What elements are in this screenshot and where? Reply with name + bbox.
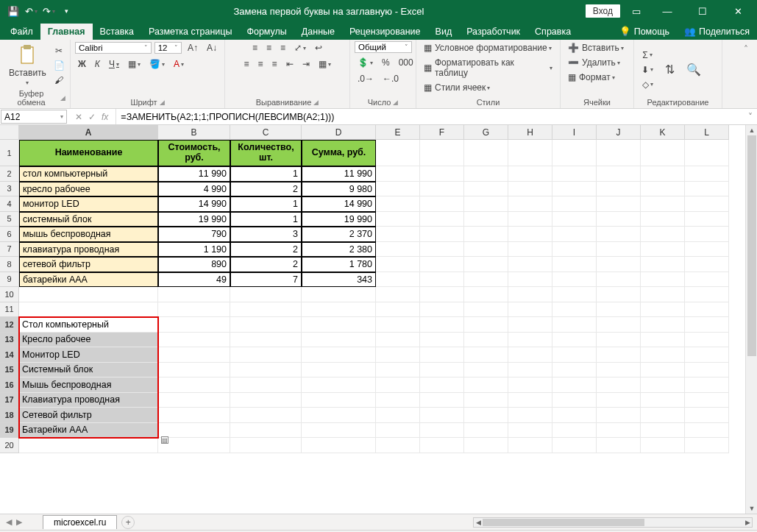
cell-E19[interactable]: [376, 423, 420, 439]
tab-layout[interactable]: Разметка страницы: [141, 24, 239, 40]
cell-G8[interactable]: [464, 257, 508, 272]
col-header-F[interactable]: F: [420, 125, 464, 140]
cell-E11[interactable]: [376, 302, 420, 318]
cell-I8[interactable]: [552, 257, 597, 272]
tab-developer[interactable]: Разработчик: [459, 24, 527, 40]
cell-K18[interactable]: [641, 408, 685, 423]
cell-A20[interactable]: [19, 438, 158, 453]
col-header-D[interactable]: D: [302, 125, 376, 140]
cell-F12[interactable]: [420, 317, 464, 333]
clipboard-expand-icon[interactable]: ◢: [60, 94, 65, 102]
cell-H1[interactable]: [508, 140, 552, 166]
cell-I12[interactable]: [552, 317, 597, 333]
shrink-font-icon[interactable]: A↓: [204, 41, 220, 54]
decrease-decimal-icon[interactable]: ←.0: [380, 72, 402, 85]
cell-E2[interactable]: [376, 166, 420, 182]
col-header-H[interactable]: H: [508, 125, 552, 140]
cell-J11[interactable]: [597, 302, 641, 318]
cell-D3[interactable]: 9 980: [302, 182, 376, 197]
tab-help[interactable]: Справка: [527, 24, 578, 40]
cell-C17[interactable]: [230, 393, 302, 408]
tab-insert[interactable]: Вставка: [93, 24, 141, 40]
align-left-icon[interactable]: ≡: [241, 57, 252, 71]
cell-K13[interactable]: [641, 333, 685, 348]
cell-E13[interactable]: [376, 333, 420, 348]
save-icon[interactable]: 💾: [7, 5, 19, 17]
font-name-combo[interactable]: Calibri: [75, 42, 152, 54]
worksheet-grid[interactable]: ABCDEFGHIJKL 123456789101112131415161718…: [0, 125, 757, 514]
cell-L5[interactable]: [685, 212, 729, 227]
align-right-icon[interactable]: ≡: [269, 57, 280, 71]
fill-icon[interactable]: ⬇: [639, 63, 656, 77]
cell-H15[interactable]: [508, 363, 552, 378]
cell-B5[interactable]: 19 990: [158, 212, 230, 227]
indent-inc-icon[interactable]: ⇥: [299, 57, 313, 71]
cell-F20[interactable]: [420, 438, 464, 453]
cell-D16[interactable]: [302, 377, 376, 393]
cell-B17[interactable]: [158, 393, 230, 408]
find-select-icon[interactable]: 🔍: [682, 60, 706, 79]
tab-review[interactable]: Рецензирование: [342, 24, 428, 40]
cell-A5[interactable]: системный блок: [19, 212, 158, 227]
select-all-corner[interactable]: [0, 125, 19, 140]
fx-icon[interactable]: fx: [102, 112, 108, 122]
login-button[interactable]: Вход: [586, 4, 620, 18]
cell-B10[interactable]: [158, 287, 230, 302]
cell-D1[interactable]: Сумма, руб.: [302, 140, 376, 166]
cell-A13[interactable]: Кресло рабочее: [19, 333, 158, 348]
cell-H20[interactable]: [508, 438, 552, 453]
col-header-L[interactable]: L: [685, 125, 729, 140]
cell-B14[interactable]: [158, 347, 230, 363]
cell-F4[interactable]: [420, 196, 464, 212]
scroll-down-icon[interactable]: ▼: [746, 503, 757, 514]
cell-L16[interactable]: [685, 377, 729, 393]
cell-L4[interactable]: [685, 196, 729, 212]
cell-K12[interactable]: [641, 317, 685, 333]
tab-home[interactable]: Главная: [40, 24, 93, 40]
align-middle-icon[interactable]: ≡: [263, 41, 274, 54]
cell-G13[interactable]: [464, 333, 508, 348]
tab-view[interactable]: Вид: [428, 24, 460, 40]
cell-H18[interactable]: [508, 408, 552, 423]
cell-G16[interactable]: [464, 377, 508, 393]
cell-K7[interactable]: [641, 242, 685, 258]
cell-A3[interactable]: кресло рабочее: [19, 182, 158, 197]
wrap-text-icon[interactable]: ↩: [312, 41, 325, 54]
cell-J15[interactable]: [597, 363, 641, 378]
cell-L12[interactable]: [685, 317, 729, 333]
align-top-icon[interactable]: ≡: [249, 41, 260, 54]
cell-K3[interactable]: [641, 182, 685, 197]
cell-I19[interactable]: [552, 423, 597, 439]
col-header-G[interactable]: G: [464, 125, 508, 140]
cell-A14[interactable]: Монитор LED: [19, 347, 158, 363]
cell-G4[interactable]: [464, 196, 508, 212]
row-header-2[interactable]: 2: [0, 166, 19, 182]
add-sheet-icon[interactable]: +: [121, 516, 135, 529]
cell-L8[interactable]: [685, 257, 729, 272]
cell-A4[interactable]: монитор LED: [19, 196, 158, 212]
row-header-7[interactable]: 7: [0, 242, 19, 258]
sort-filter-icon[interactable]: ⇅: [661, 60, 679, 79]
cell-H12[interactable]: [508, 317, 552, 333]
cell-J20[interactable]: [597, 438, 641, 453]
cell-E18[interactable]: [376, 408, 420, 423]
row-header-17[interactable]: 17: [0, 393, 19, 408]
cell-L18[interactable]: [685, 408, 729, 423]
cell-D15[interactable]: [302, 363, 376, 378]
row-header-9[interactable]: 9: [0, 272, 19, 288]
cell-B1[interactable]: Стоимость, руб.: [158, 140, 230, 166]
cell-D12[interactable]: [302, 317, 376, 333]
expand-formula-bar-icon[interactable]: ˅: [744, 109, 757, 124]
cell-I1[interactable]: [552, 140, 597, 166]
cell-C19[interactable]: [230, 423, 302, 439]
cell-J5[interactable]: [597, 212, 641, 227]
cell-styles-button[interactable]: ▦Стили ячеек: [421, 81, 493, 94]
cell-C20[interactable]: [230, 438, 302, 453]
cell-J3[interactable]: [597, 182, 641, 197]
row-header-1[interactable]: 1: [0, 140, 19, 166]
cell-E17[interactable]: [376, 393, 420, 408]
row-header-13[interactable]: 13: [0, 333, 19, 348]
cell-C8[interactable]: 2: [230, 257, 302, 272]
paste-button[interactable]: Вставить ▾: [4, 41, 51, 89]
cell-A8[interactable]: сетевой фильтр: [19, 257, 158, 272]
